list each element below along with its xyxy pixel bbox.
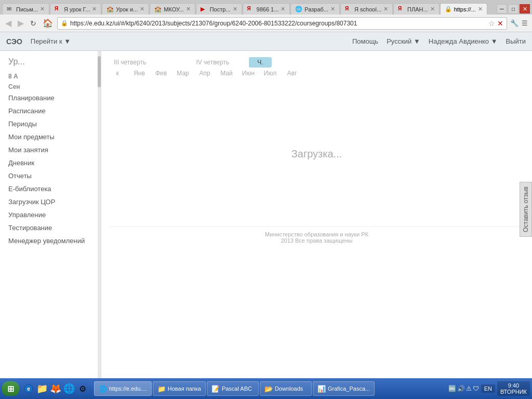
tab-10-favicon: 🔒: [445, 6, 452, 13]
tab-5-label: Постр...: [210, 6, 231, 12]
tab-6-label: 9866 1...: [257, 6, 279, 12]
taskbar-item-browser[interactable]: 🌐 https://e.edu....: [94, 381, 152, 396]
logout-button[interactable]: Выйти: [506, 37, 526, 45]
tab-6-favicon: Я: [247, 6, 255, 13]
tab-1-close[interactable]: ✕: [40, 6, 45, 12]
q4-active-button[interactable]: Ч.: [249, 57, 271, 68]
sidebar-item-loader[interactable]: Загрузчик ЦОР: [0, 195, 101, 208]
taskbar-browser-label: https://e.edu....: [109, 385, 147, 392]
settings-icon[interactable]: ⚙: [76, 382, 89, 395]
app: СЭО Перейти к ▼ Помощь Русский ▼ Надежда…: [0, 32, 532, 378]
home-button[interactable]: 🏠: [41, 17, 55, 29]
tab-8-favicon: Я: [345, 6, 352, 13]
taskbar-pascal-icon: 📝: [211, 385, 220, 393]
taskbar-grafica-label: Grafica_Pasca...: [328, 385, 370, 392]
tab-2-close[interactable]: ✕: [92, 6, 97, 12]
sidebar-item-schedule[interactable]: Расписание: [0, 104, 101, 117]
sidebar-item-my-subjects[interactable]: Мои предметы: [0, 130, 101, 143]
quarters-container: III четверть IV четверть Ч. к Янв Фев Ма…: [110, 57, 524, 77]
tab-10-close[interactable]: ✕: [478, 6, 483, 12]
tab-4[interactable]: 🏫 МКОУ... ✕: [150, 3, 195, 15]
tab-10-label: https://...: [454, 6, 476, 12]
ie-icon[interactable]: e: [22, 382, 35, 395]
quick-launch: e 📁 🦊 🌐 ⚙: [22, 382, 89, 395]
taskbar-items: 🌐 https://e.edu.... 📁 Новая папка 📝 Pasc…: [94, 381, 447, 396]
tab-10[interactable]: 🔒 https://... ✕: [440, 3, 487, 15]
month-feb: Фев: [153, 70, 169, 77]
folder-icon[interactable]: 📁: [36, 382, 48, 395]
lang-selector[interactable]: Русский ▼: [387, 37, 420, 45]
taskbar-pascal-label: Pascal ABC: [222, 385, 252, 392]
tab-4-close[interactable]: ✕: [186, 6, 191, 12]
tab-7-favicon: 🌐: [295, 6, 302, 13]
taskbar-item-downloads[interactable]: 📂 Downloads: [260, 381, 312, 396]
loading-area: Загрузка...: [110, 81, 524, 227]
sidebar-item-my-classes[interactable]: Мои занятия: [0, 143, 101, 156]
tray-icon-2: 🔊: [457, 385, 465, 392]
extensions-button[interactable]: 🔧: [509, 18, 520, 28]
help-link[interactable]: Помощь: [352, 37, 378, 45]
tab-7[interactable]: 🌐 Разраб... ✕: [290, 3, 340, 15]
tab-2[interactable]: Я Я урок Г... ✕: [50, 3, 101, 15]
tray-icon-1: 🔤: [448, 385, 456, 392]
sidebar-item-planning[interactable]: Планирование: [0, 91, 101, 104]
address-bar[interactable]: 🔒 https://e.edu.kz/ui/#/ktp/6240/2013/su…: [57, 17, 507, 30]
maximize-button[interactable]: □: [508, 4, 518, 14]
windows-icon: ⊞: [7, 384, 14, 394]
tab-6[interactable]: Я 9866 1... ✕: [243, 3, 290, 15]
tab-1[interactable]: ✉ Письм... ✕: [2, 3, 49, 15]
sidebar-title: Ур...: [0, 55, 101, 71]
tab-5[interactable]: ▶ Постр... ✕: [196, 3, 242, 15]
nav-bar: ◀ ▶ ↻ 🏠 🔒 https://e.edu.kz/ui/#/ktp/6240…: [0, 15, 532, 32]
goto-menu[interactable]: Перейти к ▼: [31, 37, 71, 45]
tab-8[interactable]: Я Я school... ✕: [340, 3, 393, 15]
tab-8-close[interactable]: ✕: [383, 6, 388, 12]
month-jun: Июн: [241, 70, 256, 77]
sidebar-item-e-library[interactable]: Е-библиотека: [0, 182, 101, 195]
sidebar-item-notifications[interactable]: Менеджер уведомлений: [0, 234, 101, 247]
sidebar-item-periods[interactable]: Периоды: [0, 117, 101, 130]
forward-button[interactable]: ▶: [16, 17, 26, 29]
q3-label: III четверть: [110, 58, 150, 67]
taskbar-downloads-label: Downloads: [275, 385, 303, 392]
tab-9[interactable]: Я ПЛАН... ✕: [393, 3, 440, 15]
taskbar-item-pascal[interactable]: 📝 Pascal ABC: [207, 381, 259, 396]
bookmark-star-icon[interactable]: ☆: [488, 19, 495, 28]
month-mar: Мар: [175, 70, 191, 77]
month-jul: Июл: [262, 70, 278, 77]
sidebar-item-reports[interactable]: Отчеты: [0, 169, 101, 182]
taskbar-item-grafica[interactable]: 📊 Grafica_Pasca...: [313, 381, 375, 396]
ssl-lock-icon: 🔒: [61, 20, 68, 26]
tab-9-close[interactable]: ✕: [430, 6, 435, 12]
tab-2-favicon: Я: [55, 6, 62, 13]
minimize-button[interactable]: ─: [497, 4, 507, 14]
start-button[interactable]: ⊞: [2, 381, 19, 396]
user-menu[interactable]: Надежда Авдиенко ▼: [429, 37, 498, 45]
top-nav: СЭО Перейти к ▼ Помощь Русский ▼ Надежда…: [0, 32, 532, 51]
stop-button[interactable]: ✕: [497, 19, 503, 28]
tab-5-close[interactable]: ✕: [233, 6, 237, 12]
tab-6-close[interactable]: ✕: [281, 6, 285, 12]
tab-3[interactable]: 🏫 Урок и... ✕: [102, 3, 149, 15]
sidebar-class: 8 А: [0, 71, 101, 81]
sidebar-item-diary[interactable]: Дневник: [0, 156, 101, 169]
tray-icon-3: ⚠: [466, 385, 472, 392]
tab-3-close[interactable]: ✕: [140, 6, 144, 12]
tab-7-close[interactable]: ✕: [330, 6, 335, 12]
back-button[interactable]: ◀: [3, 17, 14, 29]
chrome-icon[interactable]: 🌐: [63, 382, 75, 395]
taskbar-right: 🔤 🔊 ⚠ 🛡 EN 9:40 ВТОРНИК: [448, 381, 530, 396]
sidebar-item-testing[interactable]: Тестирование: [0, 221, 101, 234]
feedback-button[interactable]: Оставить отзыв: [520, 182, 532, 237]
firefox-icon[interactable]: 🦊: [49, 382, 62, 395]
language-indicator[interactable]: EN: [481, 384, 495, 393]
menu-button[interactable]: ☰: [521, 18, 529, 28]
address-text: https://e.edu.kz/ui/#/ktp/6240/2013/subj…: [70, 20, 486, 27]
content-area: Ур... 8 А Сен Планирование Расписание Пе…: [0, 51, 532, 378]
sidebar-period: Сен: [0, 81, 101, 91]
sidebar-item-management[interactable]: Управление: [0, 208, 101, 221]
sidebar-scrollbar-thumb: [98, 56, 101, 87]
reload-button[interactable]: ↻: [28, 18, 38, 29]
taskbar-item-folder[interactable]: 📁 Новая папка: [153, 381, 206, 396]
close-button[interactable]: ✕: [520, 4, 530, 14]
